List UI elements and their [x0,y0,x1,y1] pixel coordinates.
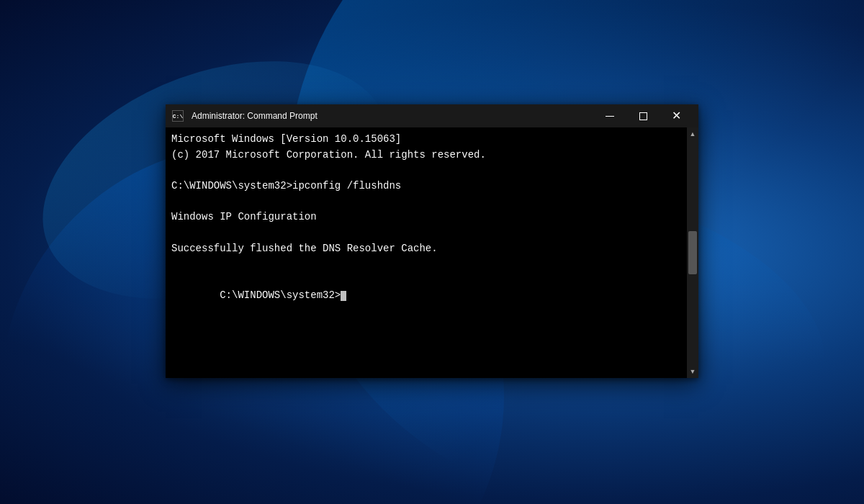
cmd-line-2: (c) 2017 Microsoft Corporation. All righ… [171,148,681,163]
close-icon: ✕ [672,110,681,122]
cmd-empty-1 [171,163,681,179]
scrollbar-up-arrow[interactable]: ▲ [688,129,698,139]
cmd-window-controls: ✕ [593,104,693,127]
cmd-content[interactable]: Microsoft Windows [Version 10.0.15063] (… [166,127,687,378]
cmd-line-6: Windows IP Configuration [171,210,681,225]
scrollbar-down-arrow[interactable]: ▼ [688,366,698,377]
minimize-button[interactable] [593,104,626,127]
cmd-cursor [341,291,346,301]
cmd-scrollbar[interactable]: ▲ ▼ [687,127,698,378]
cmd-titlebar: C:\ Administrator: Command Prompt ✕ [166,104,698,127]
minimize-icon [606,116,614,117]
cmd-line-4: C:\WINDOWS\system32>ipconfig /flushdns [171,179,681,194]
cmd-line-1: Microsoft Windows [Version 10.0.15063] [171,132,681,148]
scrollbar-thumb[interactable] [688,231,697,274]
cmd-empty-3 [171,225,681,241]
cmd-app-icon: C:\ [171,109,184,122]
cmd-title: Administrator: Command Prompt [192,111,589,121]
cmd-line-8: Successfully flushed the DNS Resolver Ca… [171,241,681,257]
cmd-body: Microsoft Windows [Version 10.0.15063] (… [166,127,698,378]
cmd-line-10: C:\WINDOWS\system32> [171,272,681,319]
maximize-button[interactable] [626,104,660,127]
maximize-icon [639,112,647,120]
cmd-empty-4 [171,257,681,273]
cmd-empty-2 [171,194,681,210]
close-button[interactable]: ✕ [660,104,693,127]
cmd-window: C:\ Administrator: Command Prompt ✕ Micr… [166,104,698,378]
